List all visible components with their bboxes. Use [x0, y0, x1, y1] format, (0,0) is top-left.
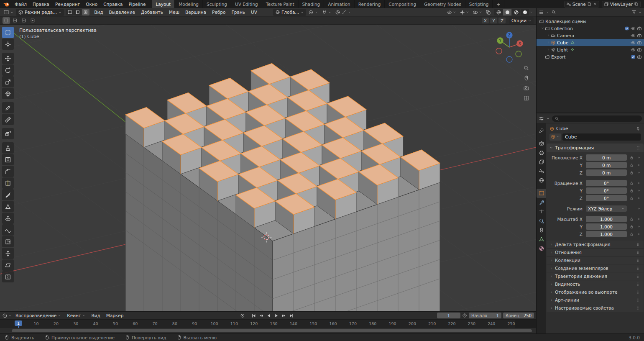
hide-viewport-eye-icon[interactable]	[631, 47, 636, 52]
lock-open-icon[interactable]	[628, 188, 635, 193]
properties-tab-constraints[interactable]	[537, 226, 546, 235]
autokey-button[interactable]	[239, 313, 246, 319]
next-keyframe-button[interactable]	[280, 313, 287, 319]
chevron-down-icon[interactable]	[348, 10, 351, 14]
viewport-canvas-area[interactable]: Пользовательская перспектива (1) Cube ZY…	[0, 25, 536, 311]
menu-файл[interactable]: Файл	[12, 1, 30, 7]
tool-options-dropdown[interactable]: Опции	[509, 17, 534, 24]
animate-dot-icon[interactable]	[636, 217, 641, 221]
workspace-tab-scripting[interactable]: Scripting	[465, 0, 493, 8]
shading-rendered-button[interactable]	[521, 9, 529, 15]
shading-material-button[interactable]	[512, 9, 520, 15]
overlays-button[interactable]	[471, 9, 483, 16]
object-name-field[interactable]: Cube	[562, 133, 641, 141]
expand-arrow-icon[interactable]	[546, 48, 551, 51]
lock-open-icon[interactable]	[628, 232, 635, 236]
properties-tab-particles[interactable]	[537, 207, 546, 216]
timeline-menu-воспроизведение[interactable]: Воспроизведение	[13, 313, 64, 318]
timeline-menu-маркер[interactable]: Маркер	[104, 313, 126, 318]
tool-scale-button[interactable]	[2, 76, 14, 87]
tool-poly-build-button[interactable]	[2, 201, 14, 212]
disable-render-camera-icon[interactable]	[637, 40, 642, 45]
proportional-edit-icon[interactable]	[335, 10, 340, 15]
properties-tab-scene[interactable]	[537, 167, 546, 176]
properties-tab-view-layer[interactable]	[537, 157, 546, 167]
xray-button[interactable]	[484, 9, 492, 16]
orientation-dropdown[interactable]: Глоба...	[273, 9, 306, 16]
tool-rip-button[interactable]	[2, 271, 14, 282]
select-new-icon[interactable]	[3, 17, 10, 24]
viewlayer-selector[interactable]: ViewLayer	[602, 1, 641, 8]
chevron-down-icon[interactable]	[529, 10, 533, 14]
hide-viewport-eye-icon[interactable]	[631, 40, 636, 45]
tool-extrude-button[interactable]	[2, 142, 14, 154]
shading-solid-button[interactable]	[503, 9, 511, 15]
tool-annotate-button[interactable]	[2, 102, 14, 113]
show-object-types-button[interactable]	[445, 9, 457, 16]
section-отображение-во-вьюпорте[interactable]: Отображение во вьюпорте	[547, 288, 644, 296]
timeline-menu-вид[interactable]: Вид	[89, 313, 102, 318]
jump-end-button[interactable]	[288, 313, 295, 319]
menu-правка[interactable]: Правка	[30, 1, 52, 7]
viewport-menu-вершина[interactable]: Вершина	[183, 10, 209, 15]
animate-dot-icon[interactable]	[636, 196, 641, 200]
menu-справка[interactable]: Справка	[100, 1, 125, 7]
lock-open-icon[interactable]	[628, 224, 635, 229]
outliner-row-light[interactable]: Light	[537, 46, 644, 53]
rotation-mode-dropdown[interactable]: XYZ Эйлер	[586, 205, 627, 212]
tool-add-cube-button[interactable]	[2, 128, 14, 139]
section-создание-экземпляров[interactable]: Создание экземпляров	[547, 264, 644, 272]
value-field[interactable]: 0°	[586, 195, 627, 201]
animate-dot-icon[interactable]	[636, 232, 641, 236]
tool-select-box-button[interactable]	[2, 27, 14, 38]
value-field[interactable]: 0°	[586, 187, 627, 194]
timeline-menu-кеинг[interactable]: Кеинг	[64, 313, 88, 318]
timeline-scrollbar[interactable]	[12, 329, 532, 332]
toggle-ortho-icon[interactable]	[523, 95, 529, 101]
workspace-tab-shading[interactable]: Shading	[299, 0, 325, 8]
workspace-tab-layout[interactable]: Layout	[152, 0, 175, 8]
workspace-tab-uv-editing[interactable]: UV Editing	[231, 0, 262, 8]
play-back-button[interactable]	[265, 313, 272, 319]
frame-end-field[interactable]: Конец250	[503, 313, 534, 318]
tool-smooth-button[interactable]	[2, 224, 14, 236]
properties-tab-physics[interactable]	[537, 216, 546, 226]
value-field[interactable]: 1.000	[586, 223, 627, 230]
current-frame-indicator[interactable]: 1	[15, 320, 22, 326]
animate-dot-icon[interactable]	[636, 163, 641, 167]
tool-shear-button[interactable]	[2, 259, 14, 271]
workspace-tab-modeling[interactable]: Modeling	[175, 0, 203, 8]
blender-logo-icon[interactable]	[2, 1, 12, 8]
vertex-select-icon[interactable]	[66, 9, 74, 15]
animate-dot-icon[interactable]	[636, 225, 641, 228]
checkbox-icon[interactable]	[631, 54, 636, 59]
animate-dot-icon[interactable]	[636, 207, 641, 210]
animate-dot-icon[interactable]	[636, 181, 641, 185]
copy-viewlayer-icon[interactable]	[634, 2, 639, 6]
properties-tab-object-data[interactable]	[537, 235, 546, 244]
properties-tab-object[interactable]	[537, 189, 546, 198]
disable-render-camera-icon[interactable]	[637, 47, 642, 52]
value-field[interactable]: 0 m	[586, 169, 627, 176]
workspace-add-button[interactable]: +	[493, 0, 504, 8]
animate-dot-icon[interactable]	[636, 156, 641, 159]
outliner-editor-icon[interactable]	[539, 10, 544, 15]
search-icon[interactable]	[551, 10, 556, 15]
prev-keyframe-button[interactable]	[258, 313, 265, 319]
disable-render-camera-icon[interactable]	[637, 26, 642, 31]
disable-render-camera-icon[interactable]	[637, 33, 642, 38]
pan-hand-icon[interactable]	[523, 75, 529, 81]
checkbox-icon[interactable]	[624, 26, 629, 31]
id-type-dropdown[interactable]	[549, 133, 561, 141]
tool-measure-button[interactable]	[2, 114, 14, 125]
gizmos-button[interactable]	[458, 9, 470, 16]
use-preview-range-icon[interactable]	[462, 313, 467, 318]
collapse-arrow-icon[interactable]	[540, 26, 545, 30]
mode-dropdown[interactable]: Режим реда...	[16, 9, 64, 16]
frame-start-field[interactable]: Начало1	[469, 313, 501, 318]
tool-shrink-fatten-button[interactable]	[2, 248, 14, 259]
lock-open-icon[interactable]	[628, 163, 635, 167]
workspace-tab-rendering[interactable]: Rendering	[355, 0, 385, 8]
lock-open-icon[interactable]	[628, 155, 635, 160]
workspace-tab-texture-paint[interactable]: Texture Paint	[262, 0, 299, 8]
